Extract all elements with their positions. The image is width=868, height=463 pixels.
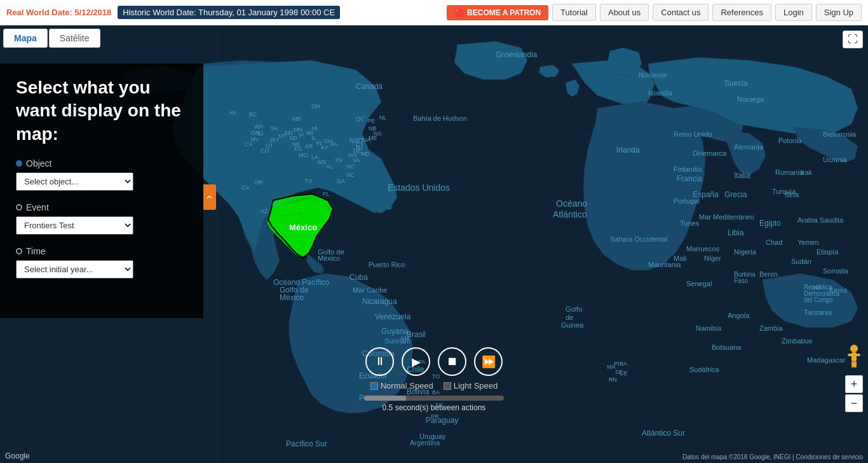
header-left: Real World Date: 5/12/2018 Historic Worl… — [6, 6, 340, 19]
fast-forward-button[interactable]: ⏩ — [474, 347, 503, 376]
normal-speed-check — [370, 382, 378, 390]
stop-button[interactable]: ⏹ — [438, 347, 466, 376]
svg-text:NE: NE — [813, 284, 822, 291]
svg-text:Atlántico Sur: Atlántico Sur — [642, 429, 685, 438]
svg-text:AM: AM — [400, 335, 409, 342]
svg-text:Canadá: Canadá — [356, 82, 383, 91]
event-label: Event — [16, 202, 191, 212]
svg-text:Groenlandia: Groenlandia — [496, 50, 538, 59]
svg-text:Etiopía: Etiopía — [817, 248, 839, 256]
svg-text:Puerto Rico: Puerto Rico — [369, 261, 405, 268]
svg-text:Bahía de Hudson: Bahía de Hudson — [413, 114, 467, 122]
pause-button[interactable]: ⏸ — [365, 347, 394, 376]
references-button[interactable]: References — [712, 4, 771, 21]
street-view-figure[interactable] — [845, 343, 863, 371]
svg-text:Yemen: Yemen — [797, 238, 819, 246]
svg-text:FL: FL — [323, 191, 330, 197]
object-radio[interactable] — [16, 160, 22, 167]
svg-rect-177 — [854, 361, 857, 368]
svg-text:BC: BC — [249, 111, 257, 118]
svg-text:WA: WA — [254, 123, 263, 130]
svg-text:NC: NC — [346, 163, 355, 170]
svg-text:Francia: Francia — [677, 174, 702, 183]
svg-text:Guyana: Guyana — [381, 327, 408, 336]
svg-text:AK: AK — [229, 109, 236, 116]
signup-button[interactable]: Sign Up — [816, 4, 862, 21]
svg-text:AR: AR — [305, 143, 313, 149]
svg-text:TX: TX — [289, 197, 297, 204]
zoom-out-button[interactable]: − — [845, 394, 863, 412]
svg-text:NL: NL — [379, 114, 387, 121]
svg-text:Océano: Océano — [556, 198, 587, 209]
zoom-in-button[interactable]: + — [845, 375, 863, 393]
fullscreen-button[interactable]: ⛶ — [843, 31, 863, 48]
svg-text:MI: MI — [311, 125, 318, 132]
normal-speed-option[interactable]: Normal Speed — [370, 381, 433, 390]
svg-text:Faso: Faso — [734, 277, 749, 284]
progress-label: 0.5 second(s) between actions — [383, 403, 486, 412]
tutorial-button[interactable]: Tutorial — [552, 4, 596, 21]
svg-text:Islandia: Islandia — [648, 89, 673, 97]
svg-text:SK: SK — [271, 125, 278, 132]
svg-text:Dinemarca: Dinemarca — [693, 149, 727, 157]
svg-text:Alemania: Alemania — [734, 143, 764, 151]
svg-text:Sudán: Sudán — [791, 258, 811, 265]
svg-text:Irlanda: Irlanda — [616, 146, 640, 155]
svg-text:IN: IN — [316, 140, 322, 146]
svg-text:Noruega: Noruega — [737, 95, 764, 103]
svg-text:ON: ON — [311, 103, 320, 109]
time-label: Time — [16, 246, 191, 256]
svg-text:Libia: Libia — [728, 228, 744, 237]
svg-text:Cuba: Cuba — [349, 273, 368, 282]
patreon-button[interactable]: 🔴 BECOME A PATRON — [447, 5, 548, 20]
svg-text:MO: MO — [299, 152, 308, 158]
svg-text:Argentina: Argentina — [410, 439, 440, 446]
ff-icon: ⏩ — [482, 355, 496, 369]
object-select[interactable]: Select object... — [16, 172, 133, 191]
map-data-attribution: Datos del mapa ©2018 Google, INEGI | Con… — [682, 453, 863, 460]
svg-text:Finlandia: Finlandia — [674, 165, 703, 173]
svg-text:KS: KS — [294, 146, 302, 152]
svg-text:Mali: Mali — [674, 254, 686, 262]
svg-text:MB: MB — [292, 116, 301, 122]
svg-text:OR: OR — [254, 179, 263, 186]
about-button[interactable]: About us — [600, 4, 649, 21]
light-speed-option[interactable]: Light Speed — [444, 381, 498, 390]
svg-text:Níger: Níger — [704, 254, 721, 262]
svg-text:CO: CO — [261, 148, 269, 154]
tab-mapa[interactable]: Mapa — [3, 29, 48, 48]
svg-text:NM: NM — [272, 202, 281, 208]
event-radio[interactable] — [16, 204, 22, 211]
tab-satelite[interactable]: Satélite — [49, 29, 100, 48]
login-button[interactable]: Login — [775, 4, 812, 21]
svg-text:SC: SC — [346, 172, 355, 178]
svg-text:Ucrania: Ucrania — [823, 156, 848, 163]
control-buttons: ⏸ ▶ ⏹ ⏩ — [365, 347, 503, 376]
svg-text:Egipto: Egipto — [759, 219, 781, 228]
svg-text:Italia: Italia — [734, 171, 750, 180]
svg-text:México: México — [318, 254, 340, 262]
play-button[interactable]: ▶ — [402, 347, 430, 376]
contact-button[interactable]: Contact us — [653, 4, 709, 21]
svg-text:Benín: Benín — [759, 270, 778, 278]
left-panel: Select what you want display on the map:… — [0, 64, 203, 318]
side-collapse-tab[interactable]: ‹ — [203, 184, 216, 210]
svg-text:México: México — [289, 223, 317, 232]
svg-text:KY: KY — [321, 144, 329, 151]
time-radio[interactable] — [16, 248, 22, 254]
svg-text:Sudáfrica: Sudáfrica — [689, 366, 719, 373]
svg-text:PI: PI — [614, 361, 620, 367]
svg-text:del Congo: del Congo — [804, 296, 833, 303]
time-select[interactable]: Select initial year... — [16, 260, 133, 279]
header: Real World Date: 5/12/2018 Historic Worl… — [0, 0, 868, 25]
svg-text:TX: TX — [305, 178, 313, 184]
svg-rect-173 — [851, 352, 857, 361]
svg-text:Bielorrusia: Bielorrusia — [823, 130, 857, 138]
event-select[interactable]: Frontiers Test — [16, 216, 133, 235]
svg-text:Sahara Occidental: Sahara Occidental — [610, 235, 668, 243]
svg-text:Zambia: Zambia — [759, 324, 783, 332]
patreon-icon: 🔴 — [454, 8, 464, 17]
svg-text:CA: CA — [241, 184, 250, 191]
event-section: Event Frontiers Test — [16, 202, 191, 235]
progress-bar[interactable] — [364, 396, 504, 401]
